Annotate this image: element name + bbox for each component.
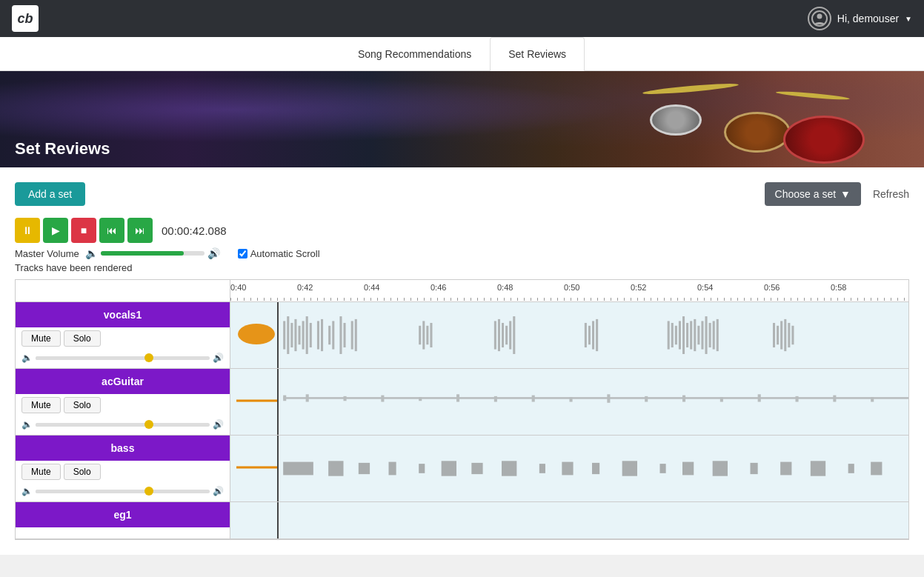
navbar: cb Hi, demouser ▼ bbox=[0, 0, 924, 37]
svg-rect-79 bbox=[471, 463, 482, 474]
rewind-button[interactable]: ⏮ bbox=[99, 218, 124, 243]
ruler-mark-3: 0:46 bbox=[431, 283, 446, 292]
solo-button-acGuitar[interactable]: Solo bbox=[64, 397, 101, 413]
right-controls: Choose a set ▼ Refresh bbox=[765, 182, 909, 206]
pause-button[interactable]: ⏸ bbox=[15, 218, 40, 243]
auto-scroll-label[interactable]: Automatic Scroll bbox=[238, 248, 320, 259]
svg-rect-56 bbox=[306, 394, 309, 401]
svg-rect-16 bbox=[344, 323, 346, 347]
stop-button[interactable]: ■ bbox=[71, 218, 96, 243]
svg-rect-4 bbox=[287, 316, 289, 354]
svg-rect-62 bbox=[532, 396, 535, 402]
play-button[interactable]: ▶ bbox=[43, 218, 68, 243]
svg-rect-90 bbox=[811, 461, 825, 476]
svg-rect-41 bbox=[697, 326, 699, 344]
svg-rect-37 bbox=[682, 316, 685, 354]
refresh-button[interactable]: Refresh bbox=[873, 188, 909, 200]
waveform-acGuitar bbox=[230, 369, 908, 435]
ruler-content: 0:40 0:42 0:44 0:46 0:48 0:50 0:52 0:54 … bbox=[230, 280, 908, 302]
svg-rect-54 bbox=[283, 397, 908, 399]
svg-rect-36 bbox=[679, 321, 681, 349]
svg-rect-82 bbox=[562, 462, 573, 476]
svg-rect-88 bbox=[751, 463, 758, 474]
track-vol-thumb-bass[interactable] bbox=[144, 487, 153, 496]
svg-rect-29 bbox=[585, 323, 587, 347]
track-btn-row-acGuitar: Mute Solo bbox=[21, 397, 224, 413]
auto-scroll-checkbox[interactable] bbox=[238, 249, 247, 259]
transport-row: ⏸ ▶ ■ ⏮ ⏭ 00:00:42.088 bbox=[15, 218, 909, 243]
svg-rect-19 bbox=[419, 326, 421, 344]
choose-set-button[interactable]: Choose a set ▼ bbox=[765, 182, 861, 206]
svg-rect-33 bbox=[668, 321, 670, 349]
top-controls-row: Add a set Choose a set ▼ Refresh bbox=[15, 182, 909, 206]
svg-rect-26 bbox=[505, 326, 508, 344]
track-vol-fill-bass bbox=[36, 490, 149, 493]
svg-rect-68 bbox=[758, 394, 761, 401]
svg-rect-69 bbox=[796, 396, 799, 402]
ruler-mark-7: 0:54 bbox=[697, 283, 713, 292]
svg-rect-57 bbox=[344, 396, 347, 401]
forward-button[interactable]: ⏭ bbox=[127, 218, 153, 243]
mute-button-bass[interactable]: Mute bbox=[21, 464, 61, 480]
svg-rect-12 bbox=[321, 319, 323, 351]
mute-button-vocals1[interactable]: Mute bbox=[21, 330, 61, 347]
track-vol-thumb-acGuitar[interactable] bbox=[144, 420, 153, 429]
svg-rect-43 bbox=[705, 316, 708, 354]
drum-bass bbox=[783, 116, 865, 164]
user-menu[interactable]: Hi, demouser ▼ bbox=[808, 7, 912, 30]
svg-rect-65 bbox=[645, 396, 648, 402]
playhead-acGuitar bbox=[277, 369, 279, 435]
svg-rect-92 bbox=[871, 462, 882, 476]
user-dropdown-icon[interactable]: ▼ bbox=[905, 15, 912, 23]
svg-rect-63 bbox=[570, 397, 573, 401]
ruler-mark-1: 0:42 bbox=[297, 283, 313, 292]
tab-set-reviews[interactable]: Set Reviews bbox=[490, 37, 585, 71]
mute-button-acGuitar[interactable]: Mute bbox=[21, 397, 61, 413]
track-vol-low-icon-bass: 🔈 bbox=[21, 486, 33, 496]
svg-rect-20 bbox=[422, 321, 425, 349]
svg-rect-34 bbox=[671, 323, 674, 347]
stop-icon: ■ bbox=[81, 224, 87, 236]
track-left-vocals1: vocals1 Mute Solo 🔈 🔊 bbox=[16, 302, 230, 368]
track-controls-bass: Mute Solo 🔈 🔊 bbox=[16, 461, 230, 502]
playhead-eg1 bbox=[277, 502, 279, 538]
svg-rect-45 bbox=[713, 321, 715, 349]
track-vol-high-icon-acGuitar: 🔊 bbox=[213, 419, 224, 430]
svg-rect-77 bbox=[419, 464, 425, 473]
volume-fill bbox=[101, 251, 184, 256]
svg-rect-86 bbox=[682, 462, 694, 476]
svg-rect-80 bbox=[502, 461, 516, 476]
svg-rect-14 bbox=[332, 321, 334, 349]
volume-track[interactable] bbox=[101, 251, 205, 256]
solo-button-bass[interactable]: Solo bbox=[64, 464, 101, 480]
svg-rect-17 bbox=[351, 321, 353, 349]
track-vol-row-vocals1: 🔈 🔊 bbox=[21, 353, 224, 363]
track-label-bass: bass bbox=[16, 436, 230, 461]
svg-rect-83 bbox=[592, 463, 599, 474]
tab-bar: Song Recommendations Set Reviews bbox=[0, 37, 924, 71]
svg-rect-42 bbox=[701, 321, 703, 349]
track-vol-track-acGuitar[interactable] bbox=[36, 423, 210, 427]
track-label-acGuitar: acGuitar bbox=[16, 369, 230, 394]
svg-rect-21 bbox=[426, 326, 428, 344]
track-left-eg1: eg1 bbox=[16, 502, 230, 538]
solo-button-vocals1[interactable]: Solo bbox=[64, 330, 101, 347]
track-vol-thumb-vocals1[interactable] bbox=[144, 353, 153, 362]
svg-rect-32 bbox=[596, 319, 598, 351]
svg-rect-60 bbox=[456, 394, 459, 401]
ruler-mark-9: 0:58 bbox=[831, 283, 846, 292]
ruler-mark-2: 0:44 bbox=[364, 283, 379, 292]
user-name: Hi, demouser bbox=[837, 13, 899, 24]
svg-rect-10 bbox=[310, 323, 312, 347]
hero-title: Set Reviews bbox=[0, 130, 124, 167]
rewind-icon: ⏮ bbox=[107, 224, 117, 236]
tab-song-recommendations[interactable]: Song Recommendations bbox=[339, 37, 490, 71]
track-vol-row-acGuitar: 🔈 🔊 bbox=[21, 419, 224, 430]
svg-rect-11 bbox=[317, 321, 319, 349]
track-vol-track-bass[interactable] bbox=[36, 490, 210, 493]
svg-rect-91 bbox=[848, 464, 854, 473]
track-vol-track-vocals1[interactable] bbox=[36, 356, 210, 360]
pre-waveform-vocals1 bbox=[236, 319, 277, 352]
add-set-button[interactable]: Add a set bbox=[15, 182, 85, 206]
drum-snare bbox=[650, 104, 702, 136]
